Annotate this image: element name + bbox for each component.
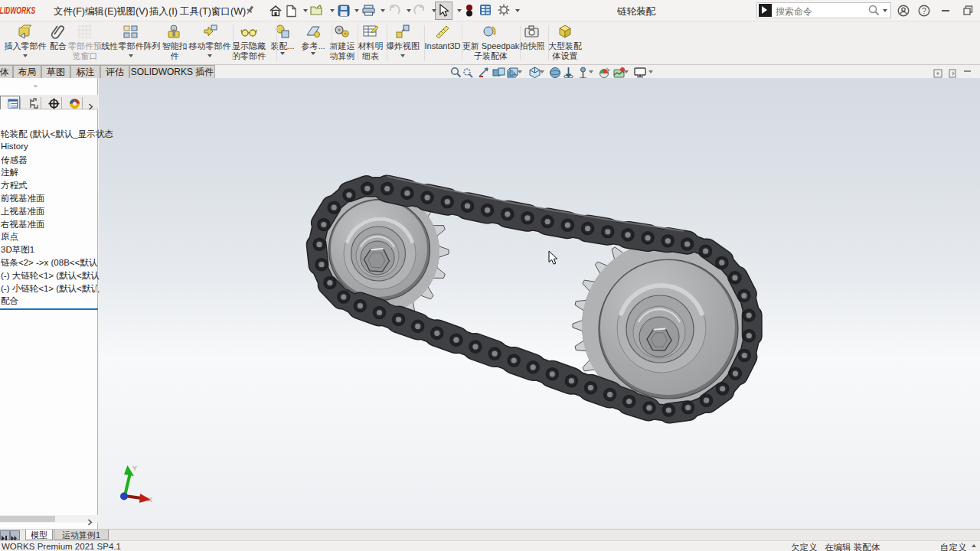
svg-text:X: X [148, 496, 152, 504]
svg-text:Y: Y [132, 465, 137, 472]
svg-text:?: ? [922, 7, 926, 15]
